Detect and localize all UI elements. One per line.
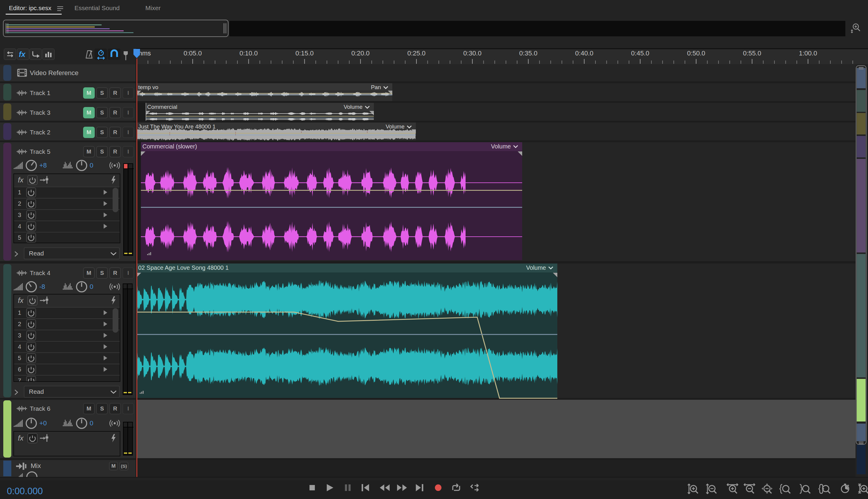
svg-text:0:40.0: 0:40.0 bbox=[575, 49, 593, 57]
svg-text:1:00.0: 1:00.0 bbox=[799, 49, 817, 57]
svg-text:0:30.0: 0:30.0 bbox=[463, 49, 481, 57]
svg-text:0:10.0: 0:10.0 bbox=[239, 49, 257, 57]
svg-text:0:20.0: 0:20.0 bbox=[352, 49, 370, 57]
svg-text:0:45.0: 0:45.0 bbox=[631, 49, 649, 57]
svg-text:0:05.0: 0:05.0 bbox=[184, 49, 202, 57]
svg-text:0:35.0: 0:35.0 bbox=[519, 49, 537, 57]
svg-text:0:55.0: 0:55.0 bbox=[743, 49, 761, 57]
svg-text:0:25.0: 0:25.0 bbox=[407, 49, 425, 57]
svg-text:0:15.0: 0:15.0 bbox=[295, 49, 314, 57]
svg-text:0:50.0: 0:50.0 bbox=[687, 49, 705, 57]
